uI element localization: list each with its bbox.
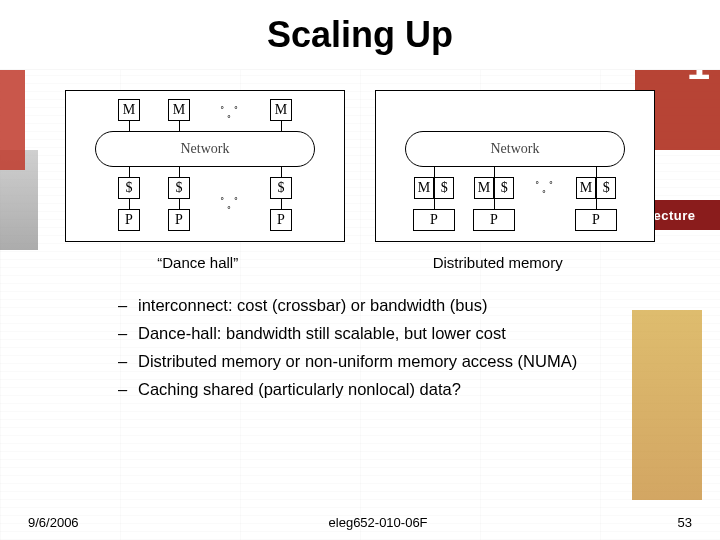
switch-box: $: [168, 177, 190, 199]
diagram-row: M M ° ° ° M Network $P $P ° ° ° $P Netwo…: [0, 90, 720, 242]
dash-icon: –: [118, 375, 138, 403]
diagram-captions: “Dance hall” Distributed memory: [0, 254, 720, 271]
connector: [179, 167, 180, 177]
list-item: –interconnect: cost (crossbar) or bandwi…: [118, 291, 720, 319]
proc-box: P: [168, 209, 190, 231]
ellipsis-icon: ° ° °: [218, 106, 242, 124]
ellipsis-icon: ° ° °: [218, 197, 242, 215]
connector: [434, 199, 435, 209]
switch-box: $: [270, 177, 292, 199]
mem-box: M: [414, 177, 434, 199]
switch-box: $: [118, 177, 140, 199]
mem-box: M: [270, 99, 292, 121]
connector: [281, 167, 282, 177]
connector: [281, 199, 282, 209]
connector: [596, 167, 597, 177]
ellipsis-icon: ° ° °: [533, 181, 557, 199]
connector: [494, 167, 495, 177]
dash-icon: –: [118, 319, 138, 347]
footer-date: 9/6/2006: [28, 515, 79, 530]
mem-box: M: [576, 177, 596, 199]
mem-box: M: [118, 99, 140, 121]
connector: [179, 199, 180, 209]
connector: [494, 199, 495, 209]
dash-icon: –: [118, 347, 138, 375]
caption-left: “Dance hall”: [157, 254, 238, 271]
connector: [434, 167, 435, 177]
mem-box: M: [474, 177, 494, 199]
list-item: –Dance-hall: bandwidth still scalable, b…: [118, 319, 720, 347]
switch-box: $: [434, 177, 454, 199]
caption-right: Distributed memory: [433, 254, 563, 271]
connector: [179, 121, 180, 131]
bullet-list: –interconnect: cost (crossbar) or bandwi…: [0, 291, 720, 403]
dash-icon: –: [118, 291, 138, 319]
proc-box: P: [473, 209, 515, 231]
connector: [596, 199, 597, 209]
slide-content: Scaling Up M M ° ° ° M Network $P $P ° °…: [0, 0, 720, 540]
connector: [129, 167, 130, 177]
title-band: Scaling Up: [0, 0, 720, 70]
bullet-text: Dance-hall: bandwidth still scalable, bu…: [138, 319, 506, 347]
diagram-dance-hall: M M ° ° ° M Network $P $P ° ° ° $P: [65, 90, 345, 242]
network-oval: Network: [95, 131, 315, 167]
footer-page: 53: [678, 515, 692, 530]
connector: [129, 121, 130, 131]
proc-box: P: [270, 209, 292, 231]
network-oval: Network: [405, 131, 625, 167]
list-item: –Distributed memory or non-uniform memor…: [118, 347, 720, 375]
bullet-text: Caching shared (particularly nonlocal) d…: [138, 375, 461, 403]
proc-box: P: [413, 209, 455, 231]
footer-course: eleg652-010-06F: [329, 515, 428, 530]
slide-footer: 9/6/2006 eleg652-010-06F 53: [0, 515, 720, 530]
connector: [129, 199, 130, 209]
connector: [281, 121, 282, 131]
diagram-distributed-memory: Network M$ P M$ P ° ° ° M$: [375, 90, 655, 242]
switch-box: $: [494, 177, 514, 199]
bullet-text: Distributed memory or non-uniform memory…: [138, 347, 577, 375]
bullet-text: interconnect: cost (crossbar) or bandwid…: [138, 291, 487, 319]
mem-box: M: [168, 99, 190, 121]
switch-box: $: [596, 177, 616, 199]
proc-box: P: [575, 209, 617, 231]
proc-box: P: [118, 209, 140, 231]
list-item: –Caching shared (particularly nonlocal) …: [118, 375, 720, 403]
slide-title: Scaling Up: [267, 14, 453, 56]
